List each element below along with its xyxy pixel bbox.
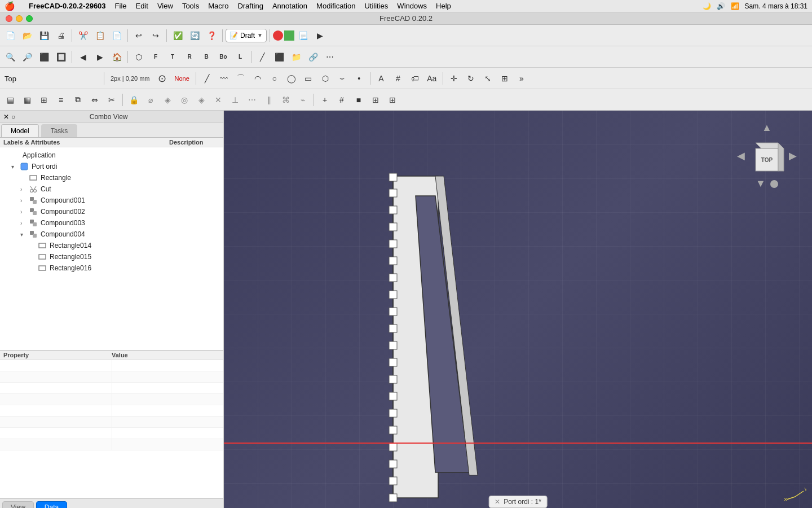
menu-utilities[interactable]: Utilities bbox=[364, 2, 388, 10]
menu-macro[interactable]: Macro bbox=[208, 2, 228, 10]
view-bottom-button[interactable]: Bo bbox=[215, 49, 231, 65]
check-button[interactable]: ✅ bbox=[170, 28, 186, 43]
paste-button[interactable]: 📄 bbox=[109, 28, 125, 43]
hash-button[interactable]: # bbox=[334, 92, 350, 108]
play-button[interactable]: ▶ bbox=[312, 28, 328, 43]
undo-button[interactable]: ↩ bbox=[131, 28, 147, 43]
draft-fillet-button[interactable]: ⌒ bbox=[233, 71, 249, 86]
scale-button[interactable]: ⤡ bbox=[480, 71, 496, 86]
tree-item-compound001[interactable]: › Compound001 bbox=[0, 195, 223, 206]
tree-toggle[interactable]: › bbox=[20, 186, 28, 192]
copy-button[interactable]: 📋 bbox=[92, 28, 108, 43]
add-button[interactable]: + bbox=[317, 92, 333, 108]
refresh-button[interactable]: 🔄 bbox=[187, 28, 202, 43]
layer-button[interactable]: ▤ bbox=[2, 92, 18, 108]
minimize-icon[interactable]: ○ bbox=[11, 113, 15, 121]
align-button[interactable]: ≡ bbox=[53, 92, 69, 108]
nav-down-arrow[interactable]: ▼ bbox=[756, 178, 766, 190]
view-right-button[interactable]: R bbox=[182, 49, 197, 65]
zoom-fit-button[interactable]: 🔍 bbox=[2, 49, 18, 65]
nav-cube-face[interactable]: TOP bbox=[747, 136, 787, 176]
draft-point-button[interactable]: • bbox=[351, 71, 367, 86]
stop-button[interactable] bbox=[284, 30, 294, 41]
rotate-button[interactable]: ↻ bbox=[463, 71, 479, 86]
nav-right-arrow[interactable]: ▶ bbox=[789, 150, 797, 162]
move-button[interactable]: ✛ bbox=[446, 71, 462, 86]
more-tools-button[interactable]: » bbox=[514, 71, 529, 86]
menu-modification[interactable]: Modification bbox=[316, 2, 355, 10]
snap-mode-button[interactable]: ⊙ bbox=[155, 71, 170, 86]
tree-item-rectangle016[interactable]: Rectangle016 bbox=[0, 262, 223, 274]
snap-endpoint-button[interactable]: ⌀ bbox=[143, 92, 158, 108]
minimize-button[interactable] bbox=[16, 15, 23, 22]
array-button[interactable]: ⊞ bbox=[497, 71, 513, 86]
mirror-button[interactable]: ⇔ bbox=[87, 92, 103, 108]
none-button[interactable]: None bbox=[171, 71, 193, 86]
menu-tools[interactable]: Tools bbox=[182, 2, 199, 10]
view-top-button[interactable]: T bbox=[165, 49, 180, 65]
tree-item-rectangle014[interactable]: Rectangle014 bbox=[0, 240, 223, 251]
apple-menu[interactable]: 🍎 bbox=[5, 1, 15, 11]
forward-button[interactable]: ▶ bbox=[92, 49, 108, 65]
draft-wire-button[interactable]: 〰 bbox=[216, 71, 232, 86]
group-button[interactable]: ▦ bbox=[19, 92, 35, 108]
tree-item-rectangle015[interactable]: Rectangle015 bbox=[0, 251, 223, 262]
tab-data[interactable]: Data bbox=[36, 501, 67, 508]
draft-circle-button[interactable]: ○ bbox=[267, 71, 283, 86]
view-line-button[interactable]: ╱ bbox=[254, 49, 270, 65]
script-button[interactable]: 📃 bbox=[295, 28, 311, 43]
tree-item-compound002[interactable]: › Compound002 bbox=[0, 206, 223, 217]
snap-intersection-button[interactable]: ✕ bbox=[210, 92, 226, 108]
save-button[interactable]: 💾 bbox=[36, 28, 52, 43]
grid2-button[interactable]: ⊞ bbox=[385, 92, 400, 108]
grid-button[interactable]: ⊞ bbox=[36, 92, 52, 108]
menu-file[interactable]: File bbox=[115, 2, 127, 10]
tree-item-application[interactable]: Application bbox=[0, 150, 223, 161]
view-back-button[interactable]: B bbox=[198, 49, 214, 65]
view-detail-button[interactable]: 🔲 bbox=[53, 49, 69, 65]
maximize-button[interactable] bbox=[26, 15, 33, 22]
menu-windows[interactable]: Windows bbox=[397, 2, 427, 10]
trim-button[interactable]: ✂ bbox=[104, 92, 120, 108]
draft-text-button[interactable]: A bbox=[373, 71, 389, 86]
menu-drafting[interactable]: Drafting bbox=[237, 2, 263, 10]
view-more-button[interactable]: ⋯ bbox=[322, 49, 338, 65]
tree-item-compound003[interactable]: › Compound003 bbox=[0, 217, 223, 229]
tree-item-port-ordi[interactable]: ▾ Port ordi bbox=[0, 161, 223, 172]
redo-button[interactable]: ↪ bbox=[148, 28, 164, 43]
traffic-lights[interactable] bbox=[6, 15, 33, 22]
nav-up-arrow[interactable]: ▲ bbox=[762, 122, 772, 134]
view-box-button[interactable]: ⬛ bbox=[36, 49, 52, 65]
tree-toggle[interactable]: › bbox=[20, 220, 28, 226]
clone-button[interactable]: ⧉ bbox=[70, 92, 86, 108]
lock-button[interactable]: 🔒 bbox=[126, 92, 142, 108]
snap-near-button[interactable]: ⌁ bbox=[295, 92, 311, 108]
draft-rect-button[interactable]: ▭ bbox=[301, 71, 316, 86]
menu-help[interactable]: Help bbox=[436, 2, 451, 10]
nav-rotate-handle[interactable] bbox=[770, 180, 778, 188]
tab-view[interactable]: View bbox=[2, 501, 34, 508]
tab-tasks[interactable]: Tasks bbox=[41, 124, 78, 137]
nav-cube[interactable]: ▲ ◀ TOP ▶ bbox=[739, 122, 795, 190]
menu-edit[interactable]: Edit bbox=[136, 2, 148, 10]
line-style-button[interactable]: 2px | 0,20 mm bbox=[107, 71, 153, 86]
draft-arc-button[interactable]: ◠ bbox=[250, 71, 266, 86]
tree-item-rectangle[interactable]: Rectangle bbox=[0, 172, 223, 183]
snap-special-button[interactable]: ⌘ bbox=[278, 92, 294, 108]
tree-toggle[interactable]: › bbox=[20, 198, 28, 204]
view-folder-button[interactable]: 📁 bbox=[288, 49, 304, 65]
tree-item-cut[interactable]: › Cut bbox=[0, 183, 223, 195]
snap-parallel-button[interactable]: ∥ bbox=[261, 92, 277, 108]
close-button[interactable] bbox=[6, 15, 12, 22]
snap-extension-button[interactable]: ⋯ bbox=[244, 92, 260, 108]
record-button[interactable] bbox=[273, 30, 283, 41]
menu-view[interactable]: View bbox=[157, 2, 173, 10]
tab-model[interactable]: Model bbox=[1, 124, 39, 137]
tree-item-compound004[interactable]: ▾ Compound004 bbox=[0, 229, 223, 240]
nav-left-arrow[interactable]: ◀ bbox=[737, 150, 745, 162]
draft-dim-button[interactable]: # bbox=[390, 71, 406, 86]
snap-perpendicular-button[interactable]: ⊥ bbox=[227, 92, 243, 108]
fill-button[interactable]: ■ bbox=[351, 92, 367, 108]
help-button[interactable]: ❓ bbox=[204, 28, 219, 43]
open-button[interactable]: 📂 bbox=[19, 28, 35, 43]
